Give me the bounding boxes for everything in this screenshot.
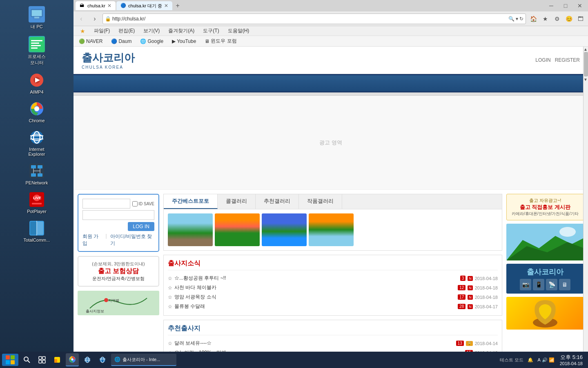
desktop-icon-mypc[interactable]: 내 PC <box>20 4 53 32</box>
scroll-down-btn[interactable]: ▼ <box>584 77 588 82</box>
dropdown-icon[interactable]: ▾ <box>516 16 518 22</box>
desktop-icon-pot[interactable]: LIVE PotPlayer <box>20 189 53 216</box>
menu-edit[interactable]: 편집(E) <box>115 27 138 35</box>
penet-label: PENetwork <box>25 180 48 185</box>
find-pw-link[interactable]: 아이디/비밀번호 찾기 <box>110 233 154 247</box>
home-btn[interactable]: 🏠 <box>528 13 539 24</box>
bookmark-naver[interactable]: 🟢 NAVER <box>76 38 106 45</box>
forward-btn[interactable]: › <box>89 13 100 24</box>
tab-active[interactable]: 🏔 chulsa.kr ✕ <box>76 1 116 10</box>
desktop-icon-total[interactable]: TotalComm... <box>20 218 53 245</box>
tray-volume[interactable]: 🔊 <box>542 357 548 363</box>
news-section: 출사지소식 ☆ ☆...황성공원 후투티 ~!! 3 N 2018-04-18 … <box>163 255 502 316</box>
menu-favorites[interactable]: 즐겨찾기(A) <box>165 27 198 35</box>
login-pw-input[interactable] <box>82 210 154 220</box>
news-link-3[interactable]: 영암 서광목장 소식 <box>174 294 456 301</box>
bookmark-daum[interactable]: 🔵 Daum <box>108 38 135 45</box>
tab-loading[interactable]: 🔵 chulsa.kr 대기 중 ✕ <box>116 1 172 10</box>
desktop-icon-aimp[interactable]: AIMP4 <box>20 70 53 96</box>
news-bullet-3: ☆ <box>168 294 172 300</box>
minimize-btn[interactable]: ─ <box>545 2 557 9</box>
tray-notifications[interactable]: 🔔 <box>526 357 535 364</box>
insurance-main: 출고 보험상담 <box>82 267 154 276</box>
login-id-input[interactable] <box>82 199 130 209</box>
maximize-btn[interactable]: □ <box>559 2 572 9</box>
taskbar-search-btn[interactable] <box>20 353 33 366</box>
gallery-img-2[interactable] <box>215 213 260 246</box>
tab-close-btn[interactable]: ✕ <box>107 3 111 9</box>
bookmark-youtube[interactable]: ▶ YouTube <box>169 38 199 45</box>
settings-btn[interactable]: ⚙ <box>552 13 562 24</box>
new-window-btn[interactable]: 🗔 <box>575 13 586 24</box>
svg-rect-8 <box>31 47 38 49</box>
recommend-item-2[interactable]: ☆ 오늘아림---100%---만개 15 2018-04-13 <box>168 348 498 352</box>
taskbar-clock[interactable]: 오후 5:16 2018-04-18 <box>557 354 586 366</box>
svg-rect-50 <box>42 360 45 363</box>
svg-rect-7 <box>31 45 41 46</box>
star-btn[interactable]: ★ <box>540 13 550 24</box>
gallery-tab-weekly[interactable]: 주간베스트포토 <box>164 194 218 209</box>
desktop-icon-chrome[interactable]: Chrome <box>20 99 53 125</box>
news-item-1[interactable]: ☆ ☆...황성공원 후투티 ~!! 3 N 2018-04-18 <box>168 274 498 283</box>
bookmark-windows-forum[interactable]: 🖥 윈도우 포럼 <box>201 37 240 45</box>
tray-network[interactable]: 📶 <box>549 357 555 363</box>
desktop-icon-ie[interactable]: InternetExplorer <box>20 127 53 159</box>
gallery-tab-recommend[interactable]: 추천갤러리 <box>256 194 299 209</box>
insurance-box[interactable]: (손보제외, 3만원한도이내) 출고 보험상담 운전자/연금저축/간병보험 <box>78 256 159 287</box>
close-btn[interactable]: ✕ <box>574 2 586 9</box>
back-btn[interactable]: ‹ <box>76 13 87 24</box>
taskbar-taskview-btn[interactable] <box>36 353 49 366</box>
svg-rect-4 <box>29 37 44 52</box>
desktop-icon-process[interactable]: 프로세스모니터 <box>20 34 53 68</box>
bookmark-google[interactable]: 🌐 Google <box>137 38 167 45</box>
member-join-link[interactable]: 회원 가입 <box>82 233 102 247</box>
news-item-2[interactable]: ☆ 사천 바다 체이블카 12 N 2018-04-18 <box>168 283 498 292</box>
news-item-3[interactable]: ☆ 영암 서광목장 소식 17 N 2018-04-18 <box>168 292 498 302</box>
login-button[interactable]: LOG IN <box>128 222 154 231</box>
start-btn[interactable] <box>2 354 18 366</box>
news-date-4: 2018-04-17 <box>475 304 498 309</box>
taskbar-file-btn[interactable] <box>51 353 64 366</box>
menu-tools[interactable]: 도구(T) <box>200 27 222 35</box>
menu-help[interactable]: 도움말(H) <box>225 27 253 35</box>
scroll-thumb[interactable] <box>584 52 588 76</box>
news-badge-1: 3 <box>460 276 466 281</box>
taskbar-ie-btn[interactable] <box>81 353 94 366</box>
taskbar-ie2-btn[interactable] <box>96 353 109 366</box>
refresh-icon[interactable]: ↻ <box>519 16 523 22</box>
news-link-2[interactable]: 사천 바다 체이블카 <box>174 284 456 291</box>
register-link[interactable]: REGISTER <box>555 57 580 63</box>
search-icon[interactable]: 🔍 <box>508 16 514 22</box>
gallery-img-4[interactable] <box>309 213 354 246</box>
main-content: 주간베스트포토 콜갤러리 추천갤러리 작품갤러리 <box>163 194 502 352</box>
new-tab-btn[interactable]: + <box>173 1 182 10</box>
rec-link-1[interactable]: 달려 보세유----☆ <box>174 340 454 347</box>
gallery-tab-col[interactable]: 콜갤러리 <box>218 194 256 209</box>
rec-date-1: 2018-04-14 <box>475 341 498 346</box>
recommend-item-1[interactable]: ☆ 달려 보세유----☆ 13 🔒 2018-04-14 <box>168 339 498 348</box>
taskbar-app-chulsa[interactable]: 🌐 출사코리아 - Inte... <box>111 354 176 366</box>
free-ad-banner[interactable]: 출고 자유광고~! 출고 직접홍보 게시판 카메라/휴대폰/인터넷/가전/식품/… <box>506 194 584 220</box>
news-item-4[interactable]: ☆ 몰류봉 수달래 28 N 2018-04-17 <box>168 302 498 311</box>
rec-badge-1: 13 <box>456 341 464 346</box>
scroll-up-btn[interactable]: ▲ <box>584 47 588 52</box>
news-link-1[interactable]: ☆...황성공원 후투티 ~!! <box>174 275 458 282</box>
taskbar-chrome-btn[interactable] <box>66 353 79 366</box>
mypc-label: 내 PC <box>31 24 42 30</box>
tab-loading-close-btn[interactable]: ✕ <box>164 3 168 9</box>
user-btn[interactable]: 😊 <box>564 13 574 24</box>
svg-rect-47 <box>39 357 42 359</box>
gallery-img-3[interactable] <box>262 213 307 246</box>
login-btn-row: LOG IN <box>82 222 154 231</box>
menu-view[interactable]: 보기(V) <box>140 27 163 35</box>
gallery-img-1[interactable] <box>168 213 213 246</box>
login-box: ID SAVE LOG IN 회원 가입 | 아이디/비밀번호 찾기 <box>78 194 159 252</box>
gallery-tab-work[interactable]: 작품갤러리 <box>299 194 342 209</box>
gallery-images <box>164 209 502 250</box>
menu-file[interactable]: 파일(F) <box>91 27 113 35</box>
taskbar: 🌐 출사코리아 - Inte... 테스트 모드 🔔 A 🔊 📶 오후 5:16… <box>0 352 588 368</box>
login-link[interactable]: LOGIN <box>535 57 550 63</box>
news-link-4[interactable]: 몰류봉 수달래 <box>174 303 456 310</box>
desktop-icon-penet[interactable]: PENetwork <box>20 161 53 187</box>
id-save-checkbox[interactable] <box>132 201 138 206</box>
